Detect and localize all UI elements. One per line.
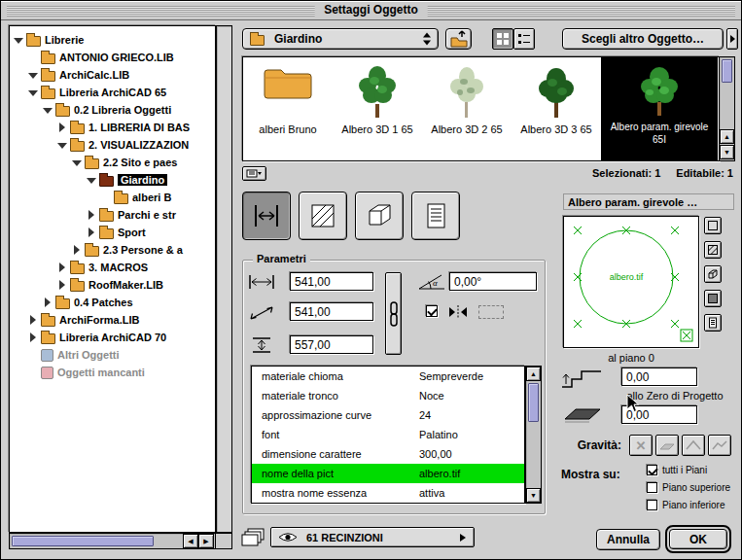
tree-item[interactable]: 3. MACROS xyxy=(10,259,215,276)
disclosure-triangle-icon[interactable] xyxy=(87,228,97,238)
tree-item[interactable]: Sport xyxy=(10,224,215,241)
scrollbar-thumb[interactable] xyxy=(12,536,154,546)
disclosure-triangle-icon[interactable] xyxy=(72,158,83,168)
tree-vertical-scrollbar[interactable] xyxy=(216,25,232,533)
list-view-button[interactable] xyxy=(513,28,535,50)
tree-item[interactable]: 1. LIBRERIA DI BAS xyxy=(10,119,215,136)
disclosure-triangle-icon[interactable] xyxy=(72,245,83,256)
scrollbar-thumb[interactable] xyxy=(528,383,539,422)
scroll-down-arrow[interactable]: ▼ xyxy=(526,488,541,503)
choose-other-object-button[interactable]: Scegli altro Oggetto… xyxy=(562,28,724,50)
toolbar-more-button[interactable] xyxy=(726,28,738,50)
title-bar[interactable]: Settaggi Oggetto xyxy=(1,1,741,20)
folder-icon xyxy=(70,141,85,152)
folder-popup-menu[interactable]: Giardino xyxy=(242,28,439,50)
tree-horizontal-scrollbar[interactable]: ◀ ▶ xyxy=(9,533,216,549)
cancel-button[interactable]: Annulla xyxy=(596,529,660,550)
preview-3d-button[interactable] xyxy=(704,265,722,283)
disclosure-triangle-icon[interactable] xyxy=(57,122,68,133)
depth-field[interactable]: 541,00 xyxy=(290,302,373,321)
tree-item[interactable]: 2.3 Persone & a xyxy=(10,241,215,259)
disclosure-triangle-icon[interactable] xyxy=(28,332,39,343)
scroll-up-arrow[interactable]: ▲ xyxy=(720,129,734,144)
parameter-row[interactable]: materiale troncoNoce xyxy=(252,386,524,405)
disclosure-triangle-icon[interactable] xyxy=(28,70,39,81)
width-field[interactable]: 541,00 xyxy=(290,272,373,291)
object-tile[interactable]: Albero 3D 3 65 xyxy=(512,57,601,160)
rotation-angle-field[interactable]: 0,00° xyxy=(449,272,537,291)
disclosure-triangle-icon[interactable] xyxy=(87,175,97,186)
object-tile[interactable]: alberi Bruno xyxy=(243,57,333,160)
show-option-row[interactable]: Piano superiore xyxy=(647,482,730,493)
tree-item[interactable]: alberi B xyxy=(10,189,215,206)
tree-item-selected[interactable]: Giardino xyxy=(10,171,215,189)
scroll-up-arrow[interactable]: ▲ xyxy=(526,367,541,381)
preview-shaded-button[interactable] xyxy=(704,290,722,307)
disclosure-triangle-icon[interactable] xyxy=(87,210,97,221)
disclosure-triangle-icon[interactable] xyxy=(43,298,53,308)
parameter-row[interactable]: mostra nome essenzaattiva xyxy=(252,483,524,503)
parameter-name: nome della pict xyxy=(252,468,419,479)
elevation-field[interactable]: 0,00 xyxy=(621,368,697,386)
ok-button[interactable]: OK xyxy=(669,529,727,549)
show-option-row[interactable]: Piano inferiore xyxy=(647,500,724,510)
scroll-left-arrow[interactable]: ◀ xyxy=(183,534,198,548)
scroll-down-arrow[interactable]: ▼ xyxy=(720,145,734,159)
scrollbar-thumb[interactable] xyxy=(722,59,732,83)
tree-item[interactable]: Libreria ArchiCAD 70 xyxy=(10,329,215,346)
parameter-row-selected[interactable]: nome della pictalbero.tif xyxy=(252,464,524,483)
tree-item[interactable]: ArchiCalc.LIB xyxy=(10,66,215,84)
tree-item[interactable]: ANTONIO GRIECO.LIB xyxy=(10,49,215,66)
parameter-row[interactable]: materiale chiomaSempreverde xyxy=(252,367,524,386)
up-one-level-button[interactable] xyxy=(445,28,472,50)
object-tile-selected[interactable]: Albero param. girevole 65I xyxy=(601,57,718,160)
preview-pane[interactable]: albero.tif xyxy=(563,216,699,348)
tree-item[interactable]: RoofMaker.LIB xyxy=(10,276,215,294)
layer-name: 61 RECINZIONI xyxy=(306,532,383,543)
preview-hatch-button[interactable] xyxy=(704,241,722,259)
parameter-row[interactable]: dimensione carattere300,00 xyxy=(252,444,524,464)
height-field[interactable]: 557,00 xyxy=(290,335,373,354)
disclosure-triangle-icon[interactable] xyxy=(57,140,68,151)
tree-item[interactable]: 0.2 Libreria Oggetti xyxy=(10,101,215,119)
all-floors-checkbox[interactable] xyxy=(647,465,657,475)
tree-item[interactable]: 2. VISUALIZZAZION xyxy=(10,136,215,154)
disclosure-triangle-icon[interactable] xyxy=(28,88,39,98)
tree-item[interactable]: Parchi e str xyxy=(10,206,215,224)
disclosure-triangle-icon[interactable] xyxy=(14,35,24,46)
preview-notes-button[interactable] xyxy=(704,314,722,332)
browser-options-button[interactable] xyxy=(242,166,266,181)
disclosure-triangle-icon[interactable] xyxy=(28,315,39,326)
link-dimensions-button[interactable] xyxy=(385,272,402,355)
preview-symbol-button[interactable] xyxy=(704,217,722,234)
object-tile-label: Albero param. girevole 65I xyxy=(601,122,718,146)
table-vertical-scrollbar[interactable]: ▲ ▼ xyxy=(525,366,542,504)
browser-vertical-scrollbar[interactable]: ▲ ▼ xyxy=(719,56,735,161)
tree-item[interactable]: Libreria ArchiCAD 65 xyxy=(10,84,215,101)
parameter-row[interactable]: approssimazione curve24 xyxy=(252,405,524,425)
listing-tab[interactable] xyxy=(411,192,460,240)
tree-item[interactable]: 0.4 Patches xyxy=(10,294,215,311)
floor-above-checkbox[interactable] xyxy=(647,482,657,493)
rotation-angle-icon: α xyxy=(416,270,447,296)
mirror-checkbox[interactable] xyxy=(426,305,438,317)
disclosure-triangle-icon[interactable] xyxy=(57,280,68,291)
hatch-icon xyxy=(306,199,339,232)
object-tile[interactable]: Albero 3D 1 65 xyxy=(333,57,422,160)
disclosure-triangle-icon[interactable] xyxy=(43,105,53,116)
icon-view-button[interactable] xyxy=(492,28,513,50)
tree-item[interactable]: 2.2 Sito e paes xyxy=(10,154,215,171)
tree-item[interactable]: Librerie xyxy=(10,31,215,49)
tree-item[interactable]: ArchiForma.LIB xyxy=(10,311,215,329)
model-3d-tab[interactable] xyxy=(355,192,404,240)
scroll-right-arrow[interactable]: ▶ xyxy=(198,534,214,548)
attributes-tab[interactable] xyxy=(299,192,347,240)
object-tile[interactable]: Albero 3D 2 65 xyxy=(422,57,512,160)
layer-popup[interactable]: 61 RECINZIONI xyxy=(270,527,475,547)
mouse-cursor xyxy=(626,394,639,414)
floor-below-checkbox[interactable] xyxy=(647,500,657,510)
parameter-row[interactable]: fontPalatino xyxy=(252,425,524,444)
show-option-row[interactable]: tutti i Piani xyxy=(647,465,707,475)
symbol-size-tab[interactable] xyxy=(242,192,291,240)
disclosure-triangle-icon[interactable] xyxy=(57,262,68,273)
